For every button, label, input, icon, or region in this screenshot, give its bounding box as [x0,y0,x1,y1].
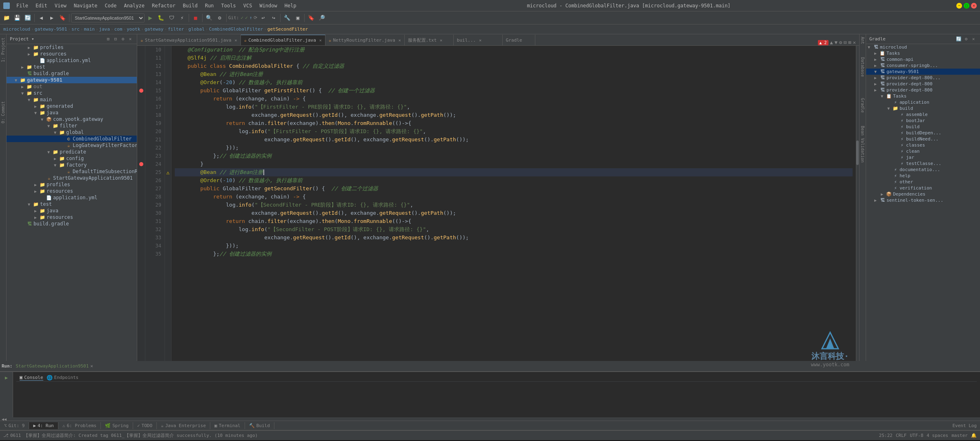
expand-all-icon[interactable]: ⊞ [849,40,851,45]
toolbar-forward[interactable]: ▶ [47,13,57,23]
status-branch[interactable]: master [951,433,968,438]
tree-predicate[interactable]: ▼ 📁 predicate [7,149,137,155]
git-fetch[interactable]: ⟳ [254,15,257,20]
tree-default-time[interactable]: ☕ DefaultTimeSubsectionRoutePredicate... [7,168,137,175]
bc-com[interactable]: com [114,27,122,32]
sidebar-project-label[interactable]: 1: Project [0,34,6,65]
tree-combined-global-filter[interactable]: © CombinedGlobalFilter [7,136,137,142]
bc-main[interactable]: main [84,27,95,32]
gradle-documentation[interactable]: ⚡ documentatio... [866,167,980,173]
toolbar-settings[interactable]: ⚙ [215,13,225,23]
gradle-build-task[interactable]: ⚡ build [866,124,980,130]
menu-vcs[interactable]: VCS [240,2,256,9]
gradle-help[interactable]: ⚡ help [866,173,980,179]
tree-resources-2[interactable]: ▶ 📁 resources [7,188,137,194]
tab-combined-filter[interactable]: ☕ CombinedGlobalFilter.java ✕ [241,35,325,45]
run-button[interactable]: ▶ [145,13,155,23]
nav-up[interactable]: ▲ [830,40,833,45]
menu-window[interactable]: Window [256,2,280,9]
nav-down[interactable]: ▼ [835,40,837,45]
toolbar-sync[interactable]: 🔄 [23,13,33,23]
gradle-consumer[interactable]: ▶ 🏗 consumer-springb... [866,62,980,69]
toolbar-open[interactable]: 📁 [2,13,11,23]
status-notifications[interactable]: 🔔 [971,433,977,438]
tree-application-yml-2[interactable]: 📄 application.yml [7,194,137,201]
gradle-other[interactable]: ⚡ other [866,179,980,185]
git-check2[interactable]: ✓ [245,15,248,20]
panel-collapse-all[interactable]: ⊟ [112,36,119,42]
tab-git[interactable]: ⌥ Git: 9 [0,422,29,429]
tab-service-config[interactable]: 服务配置.txt ✕ [405,35,454,45]
tree-profiles-1[interactable]: ▶ 📁 profiles [7,44,137,51]
scrollbar-thumb[interactable] [856,140,859,165]
tree-application-yml-1[interactable]: 📄 application.yml [7,57,137,64]
gradle-provider-800a[interactable]: ▶ 🏗 provider-dept-800... [866,75,980,81]
console-area[interactable]: ▣ Console 🌐 Endpoints [13,372,980,417]
tree-test-1[interactable]: ▶ 📁 test [7,64,137,70]
tree-build-gradle-1[interactable]: 🏗 build.gradle [7,70,137,77]
tree-profiles-2[interactable]: ▶ 📁 profiles [7,181,137,188]
git-check[interactable]: ✓ [241,15,244,20]
code-editor[interactable]: 10 11 12 13 14 15 16 17 18 19 20 21 22 2… [137,46,859,361]
tree-config[interactable]: ▶ 📁 config [7,155,137,162]
tree-resources-1[interactable]: ▶ 📁 resources [7,51,137,57]
gradle-builddepen[interactable]: ⚡ buildDepen... [866,130,980,136]
bean-validation-label[interactable]: Bean Validation [860,123,865,165]
code-scrollbar[interactable] [856,46,859,361]
sidebar-commit-label[interactable]: 0: Commit [0,98,6,127]
status-position[interactable]: 25:22 [879,433,893,438]
tab-endpoints[interactable]: 🌐 Endpoints [47,375,79,381]
tab-netty-filter[interactable]: ☕ NettyRoutingFilter.java ✕ [325,35,405,45]
menu-analyze[interactable]: Analyze [120,2,148,9]
gradle-tasks[interactable]: ▶ 📋 Tasks [866,50,980,56]
toolbar-recent[interactable]: 🔖 [58,13,67,23]
gradle-provider-800c[interactable]: ▶ 🏗 provider-dept-800 [866,87,980,93]
gradle-label[interactable]: Gradle [860,96,865,115]
menu-build[interactable]: Build [180,2,201,9]
tree-out[interactable]: ▶ 📁 out [7,83,137,90]
gradle-settings[interactable]: ⚙ [963,36,969,42]
bc-global[interactable]: global [188,27,205,32]
tree-gateway-9501[interactable]: ▼ 📁 gateway-9501 [7,77,137,83]
gradle-classes[interactable]: ⚡ classes [866,142,980,148]
scroll-left[interactable]: ◀◀ [2,417,7,421]
tab-problems[interactable]: ⚠ 6: Problems [58,422,101,429]
toolbar-redo[interactable]: ↪ [269,13,278,23]
menu-code[interactable]: Code [102,2,120,9]
gradle-buildneed[interactable]: ⚡ buildNeed... [866,136,980,142]
tab-todo[interactable]: ✓ TODO [133,422,157,429]
maximize-button[interactable]: □ [964,3,969,9]
minimize-button[interactable]: − [956,3,962,9]
bc-microcloud[interactable]: microcloud [3,27,30,32]
database-label[interactable]: Database [860,55,865,79]
close-button[interactable]: ✕ [971,3,977,9]
gradle-jar[interactable]: ⚡ jar [866,154,980,160]
bc-java[interactable]: java [99,27,110,32]
tree-main[interactable]: ▼ 📁 main [7,96,137,103]
menu-refactor[interactable]: Refactor [149,2,179,9]
tab-close-netty[interactable]: ✕ [399,38,401,42]
gradle-bootjar[interactable]: ⚡ bootJar [866,118,980,124]
tab-start-gateway[interactable]: ☕ StartGatewayApplication9501.java ✕ [137,35,241,45]
toolbar-edit-bookmarks[interactable]: 🔖 [306,13,316,23]
gradle-clean[interactable]: ⚡ clean [866,148,980,154]
tree-filter[interactable]: ▼ 📁 filter [7,122,137,129]
event-log-btn[interactable]: Event Log [952,423,977,428]
toolbar-terminal[interactable]: ▣ [293,13,303,23]
run-with-coverage[interactable]: 🛡 [167,13,176,23]
bc-gateway[interactable]: gateway-9501 [35,27,67,32]
tree-factory[interactable]: ▼ 📁 factory [7,162,137,168]
gradle-gateway-9501[interactable]: ▼ 🏗 gateway-9501 [866,69,980,75]
gradle-verification[interactable]: ⚡ verification [866,185,980,191]
tree-resources-3[interactable]: ▶ 📁 resources [7,214,137,220]
menu-help[interactable]: Help [281,2,300,9]
run-play-btn[interactable]: ▶ [2,374,11,382]
tree-java-2[interactable]: ▶ 📁 java [7,207,137,214]
gradle-dependencies[interactable]: ▶ 📦 Dependencies [866,191,980,197]
tab-close-service[interactable]: ✕ [440,38,442,42]
gradle-sentinel[interactable]: ▶ 🏗 sentinel-token-sen... [866,197,980,203]
toolbar-find[interactable]: 🔎 [317,13,327,23]
bc-src[interactable]: src [71,27,80,32]
run-close-btn[interactable]: ✕ [90,363,93,369]
tree-test-2[interactable]: ▼ 📁 test [7,201,137,207]
